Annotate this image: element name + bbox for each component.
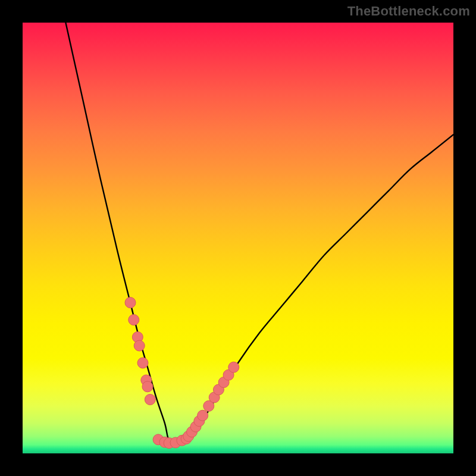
marker-dot (142, 381, 153, 392)
marker-dot (134, 340, 145, 351)
attribution-label: TheBottleneck.com (347, 4, 470, 19)
marker-dot (145, 394, 155, 405)
marker-dot (129, 315, 139, 325)
marker-dot (228, 362, 239, 372)
chart-svg (23, 23, 453, 453)
marker-layer (125, 298, 239, 449)
marker-dot (198, 410, 208, 421)
marker-dot (125, 298, 136, 308)
bottleneck-curve (65, 23, 453, 445)
marker-dot (137, 358, 148, 368)
chart-plot-area (23, 23, 453, 453)
